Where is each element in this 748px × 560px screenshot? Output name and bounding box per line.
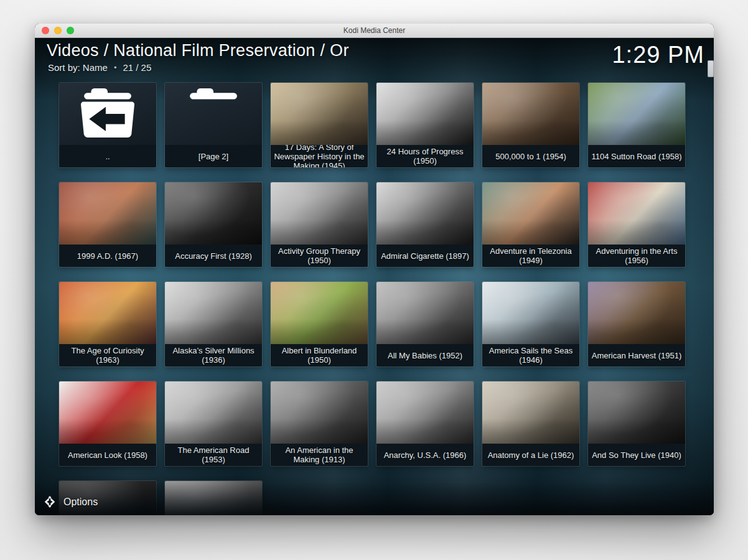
media-tile[interactable]: 1104 Sutton Road (1958) bbox=[588, 83, 685, 167]
minimize-button[interactable] bbox=[54, 27, 62, 34]
kodi-logo-icon bbox=[43, 495, 57, 509]
media-tile[interactable]: And So They Live (1940) bbox=[588, 381, 685, 466]
tile-caption: 1104 Sutton Road (1958) bbox=[588, 145, 685, 167]
kodi-content: Videos / National Film Preservation / Or… bbox=[35, 38, 714, 515]
tile-caption: American Harvest (1951) bbox=[588, 344, 685, 366]
thumbnail bbox=[482, 282, 579, 344]
options-label: Options bbox=[63, 497, 98, 508]
tile-caption: America Sails the Seas (1946) bbox=[482, 344, 579, 366]
media-tile[interactable]: Adventure in Telezonia (1949) bbox=[482, 182, 579, 267]
close-button[interactable] bbox=[42, 27, 49, 34]
thumbnail bbox=[588, 83, 685, 145]
thumbnail bbox=[588, 182, 685, 245]
media-tile[interactable]: All My Babies (1952) bbox=[376, 282, 474, 366]
tile-label: American Harvest (1951) bbox=[592, 351, 682, 360]
thumbnail bbox=[59, 182, 156, 245]
media-tile[interactable]: Admiral Cigarette (1897) bbox=[376, 182, 474, 267]
thumbnail bbox=[482, 83, 579, 145]
media-tile[interactable]: 1999 A.D. (1967) bbox=[59, 182, 156, 267]
tile-label: 1104 Sutton Road (1958) bbox=[591, 152, 681, 161]
media-tile[interactable]: America Sails the Seas (1946) bbox=[482, 282, 579, 366]
tile-caption: 500,000 to 1 (1954) bbox=[482, 145, 579, 167]
tile-caption: .. bbox=[59, 145, 156, 167]
tile-label: 1999 A.D. (1967) bbox=[77, 251, 138, 261]
media-tile[interactable]: The Age of Curiosity (1963) bbox=[59, 282, 156, 366]
sort-status: Sort by: Name • 21 / 25 bbox=[48, 62, 151, 73]
media-tile[interactable]: Adventuring in the Arts (1956) bbox=[588, 182, 685, 267]
tile-caption: Anatomy of a Lie (1962) bbox=[482, 444, 579, 466]
thumbnail bbox=[482, 182, 579, 245]
item-position: 21 / 25 bbox=[123, 62, 151, 73]
media-tile[interactable]: Anarchy, U.S.A. (1966) bbox=[376, 381, 474, 466]
breadcrumb: Videos / National Film Preservation / Or bbox=[47, 41, 349, 60]
media-tile[interactable]: Alaska’s Silver Millions (1936) bbox=[165, 282, 262, 366]
thumbnail bbox=[59, 381, 156, 444]
tile-caption: 24 Hours of Progress (1950) bbox=[376, 145, 474, 167]
thumbnail bbox=[588, 282, 685, 344]
media-tile[interactable]: American Harvest (1951) bbox=[588, 282, 685, 366]
tile-caption: 17 Days: A Story of Newspaper History in… bbox=[271, 145, 368, 167]
kodi-window: Kodi Media Center Videos / National Film… bbox=[35, 24, 714, 515]
media-tile[interactable]: [Page 2] bbox=[165, 83, 262, 167]
tile-caption: Accuracy First (1928) bbox=[165, 245, 262, 267]
thumbnail bbox=[165, 182, 262, 245]
clock: 1:29 PM bbox=[612, 42, 704, 68]
thumbnail bbox=[165, 381, 262, 444]
tile-label: The American Road (1953) bbox=[167, 446, 259, 464]
tile-label: Activity Group Therapy (1950) bbox=[273, 246, 365, 265]
tile-caption: Anarchy, U.S.A. (1966) bbox=[376, 444, 474, 466]
window-title: Kodi Media Center bbox=[344, 26, 405, 35]
window-titlebar[interactable]: Kodi Media Center bbox=[35, 24, 714, 38]
bullet-separator: • bbox=[114, 63, 117, 72]
thumbnail bbox=[271, 282, 368, 344]
tile-label: All My Babies (1952) bbox=[388, 351, 462, 360]
thumbnail bbox=[59, 83, 156, 145]
tile-caption: Admiral Cigarette (1897) bbox=[376, 245, 474, 267]
tile-caption: Activity Group Therapy (1950) bbox=[271, 245, 368, 267]
tile-caption: An American in the Making (1913) bbox=[271, 444, 368, 466]
tile-label: .. bbox=[105, 152, 110, 161]
tile-label: And So They Live (1940) bbox=[592, 450, 681, 460]
media-tile[interactable]: 500,000 to 1 (1954) bbox=[482, 83, 579, 167]
tile-label: Adventuring in the Arts (1956) bbox=[591, 246, 683, 265]
media-tile[interactable]: American Look (1958) bbox=[59, 381, 156, 466]
media-tile[interactable]: Albert in Blunderland (1950) bbox=[271, 282, 368, 366]
tile-caption: 1999 A.D. (1967) bbox=[59, 245, 156, 267]
tile-label: America Sails the Seas (1946) bbox=[485, 346, 577, 365]
folder-icon bbox=[179, 87, 248, 141]
media-tile[interactable]: An American in the Making (1913) bbox=[271, 381, 368, 466]
media-tile[interactable]: Anatomy of a Lie (1962) bbox=[482, 381, 579, 466]
tile-label: The Age of Curiosity (1963) bbox=[62, 346, 154, 365]
folder-back-icon bbox=[73, 87, 143, 141]
scrollbar-thumb[interactable] bbox=[708, 60, 714, 77]
tile-caption: [Page 2] bbox=[165, 145, 262, 167]
media-tile[interactable]: .. bbox=[59, 83, 156, 167]
media-tile[interactable] bbox=[165, 481, 262, 515]
thumbnail bbox=[271, 381, 368, 444]
media-tile[interactable]: Accuracy First (1928) bbox=[165, 182, 262, 267]
tile-label: Adventure in Telezonia (1949) bbox=[485, 246, 577, 265]
sort-by-label[interactable]: Sort by: Name bbox=[48, 62, 108, 73]
thumbnail bbox=[482, 381, 579, 444]
media-tile[interactable]: The American Road (1953) bbox=[165, 381, 262, 466]
tile-label: Anatomy of a Lie (1962) bbox=[488, 450, 574, 460]
media-tile[interactable]: 24 Hours of Progress (1950) bbox=[376, 83, 474, 167]
tile-caption: Alaska’s Silver Millions (1936) bbox=[165, 344, 262, 366]
zoom-button[interactable] bbox=[67, 27, 74, 34]
options-button[interactable]: Options bbox=[43, 495, 98, 509]
tile-label: Albert in Blunderland (1950) bbox=[273, 346, 365, 365]
media-tile[interactable]: Activity Group Therapy (1950) bbox=[271, 182, 368, 267]
tile-caption: Albert in Blunderland (1950) bbox=[271, 344, 368, 366]
thumbnail bbox=[376, 381, 474, 444]
tile-label: 17 Days: A Story of Newspaper History in… bbox=[273, 145, 365, 167]
thumbnail bbox=[165, 282, 262, 344]
traffic-lights bbox=[42, 27, 74, 34]
thumbnail bbox=[376, 182, 474, 245]
media-tile[interactable]: 17 Days: A Story of Newspaper History in… bbox=[271, 83, 368, 167]
tile-label: American Look (1958) bbox=[68, 450, 147, 460]
tile-caption: The American Road (1953) bbox=[165, 444, 262, 466]
media-grid: .. [Page 2] bbox=[59, 83, 685, 515]
tile-label: Anarchy, U.S.A. (1966) bbox=[384, 450, 467, 460]
thumbnail bbox=[59, 282, 156, 344]
thumbnail bbox=[588, 381, 685, 444]
